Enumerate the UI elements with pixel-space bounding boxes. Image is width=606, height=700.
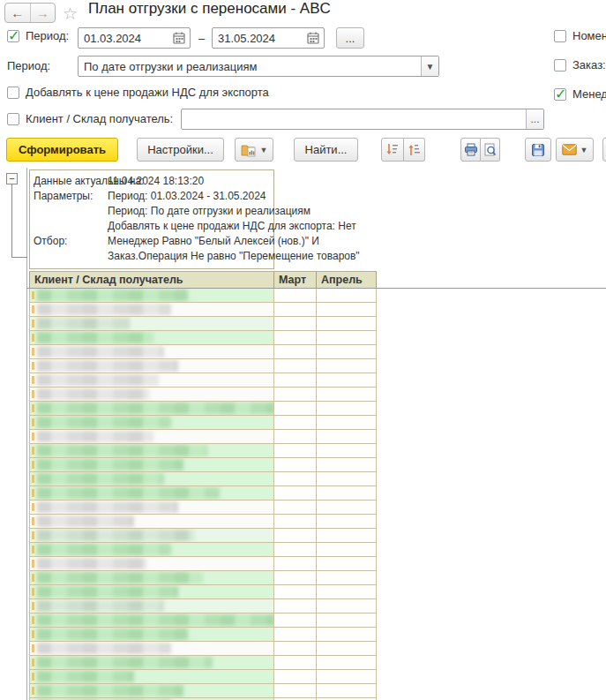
april-cell[interactable] [316,599,377,613]
table-row[interactable] [29,501,377,515]
client-cell[interactable] [29,289,273,303]
period-more-button[interactable]: ... [336,27,364,49]
client-input[interactable] [182,113,526,126]
table-row[interactable] [29,416,377,430]
march-cell[interactable] [273,345,316,359]
march-cell[interactable] [273,289,316,303]
report-variants-button[interactable]: ▼ [235,138,273,162]
april-cell[interactable] [316,628,377,642]
calendar-icon[interactable] [306,31,320,45]
april-cell[interactable] [316,331,377,345]
table-row[interactable] [29,444,377,458]
april-cell[interactable] [316,317,377,331]
sort-ascending-button[interactable] [404,138,426,162]
march-cell[interactable] [273,642,316,656]
client-cell[interactable] [29,359,273,373]
client-cell[interactable] [29,402,273,416]
client-cell[interactable] [29,515,273,529]
table-row[interactable] [29,684,377,698]
table-row[interactable] [29,345,377,359]
april-cell[interactable] [316,656,377,670]
client-cell[interactable] [29,373,273,388]
april-cell[interactable] [316,557,377,571]
april-cell[interactable] [316,529,377,543]
table-row[interactable] [29,373,377,388]
find-button[interactable]: Найти... [294,138,358,162]
client-cell[interactable] [29,458,273,472]
table-row[interactable] [29,430,377,444]
table-row[interactable] [29,599,377,613]
march-cell[interactable] [273,331,316,345]
client-cell[interactable] [29,585,273,599]
march-cell[interactable] [273,486,316,501]
right-filter-checkbox[interactable] [554,88,566,101]
april-cell[interactable] [316,670,377,684]
march-cell[interactable] [273,557,316,571]
table-row[interactable] [29,289,377,303]
table-row[interactable] [29,557,377,571]
client-cell[interactable] [29,628,273,642]
april-cell[interactable] [316,684,377,698]
client-cell[interactable] [29,430,273,444]
april-cell[interactable] [316,303,377,317]
april-cell[interactable] [316,345,377,359]
print-preview-button[interactable] [481,138,500,162]
back-button[interactable]: ← [5,4,30,22]
table-row[interactable] [29,317,377,331]
client-cell[interactable] [29,345,273,359]
print-button[interactable] [460,138,481,162]
column-header[interactable]: Март [273,272,316,288]
march-cell[interactable] [273,656,316,670]
march-cell[interactable] [273,599,316,613]
march-cell[interactable] [273,444,316,458]
april-cell[interactable] [316,613,377,628]
client-cell[interactable] [29,571,273,585]
client-cell[interactable] [29,642,273,656]
table-row[interactable] [29,628,377,642]
table-row[interactable] [29,571,377,585]
column-header[interactable]: Апрель [316,272,377,288]
client-cell[interactable] [29,444,273,458]
period-kind-value[interactable] [79,60,421,73]
march-cell[interactable] [273,388,316,402]
client-cell[interactable] [29,684,273,698]
table-row[interactable] [29,543,377,557]
table-row[interactable] [29,472,377,486]
april-cell[interactable] [316,458,377,472]
table-row[interactable] [29,515,377,529]
march-cell[interactable] [273,585,316,599]
table-row[interactable] [29,458,377,472]
sort-descending-button[interactable] [381,138,404,162]
table-row[interactable] [29,656,377,670]
march-cell[interactable] [273,472,316,486]
client-cell[interactable] [29,416,273,430]
march-cell[interactable] [273,515,316,529]
table-row[interactable] [29,331,377,345]
april-cell[interactable] [316,289,377,303]
march-cell[interactable] [273,416,316,430]
april-cell[interactable] [316,430,377,444]
client-cell[interactable] [29,388,273,402]
period-kind-combo[interactable]: ▼ [78,56,439,77]
client-checkbox[interactable] [7,113,19,125]
april-cell[interactable] [316,402,377,416]
collapse-group-button[interactable]: − [6,173,18,184]
march-cell[interactable] [273,529,316,543]
april-cell[interactable] [316,571,377,585]
client-cell[interactable] [29,656,273,670]
client-cell[interactable] [29,543,273,557]
march-cell[interactable] [273,684,316,698]
april-cell[interactable] [316,472,377,486]
period-checkbox[interactable] [7,30,19,42]
period-to-input[interactable] [213,32,306,45]
table-row[interactable] [29,613,377,628]
client-more-button[interactable]: ... [526,109,543,129]
table-row[interactable] [29,303,377,317]
send-email-button[interactable]: ▼ [556,138,594,162]
settings-button[interactable]: Настройки... [137,138,224,162]
march-cell[interactable] [273,670,316,684]
april-cell[interactable] [316,444,377,458]
table-row[interactable] [29,585,377,599]
march-cell[interactable] [273,430,316,444]
march-cell[interactable] [273,543,316,557]
